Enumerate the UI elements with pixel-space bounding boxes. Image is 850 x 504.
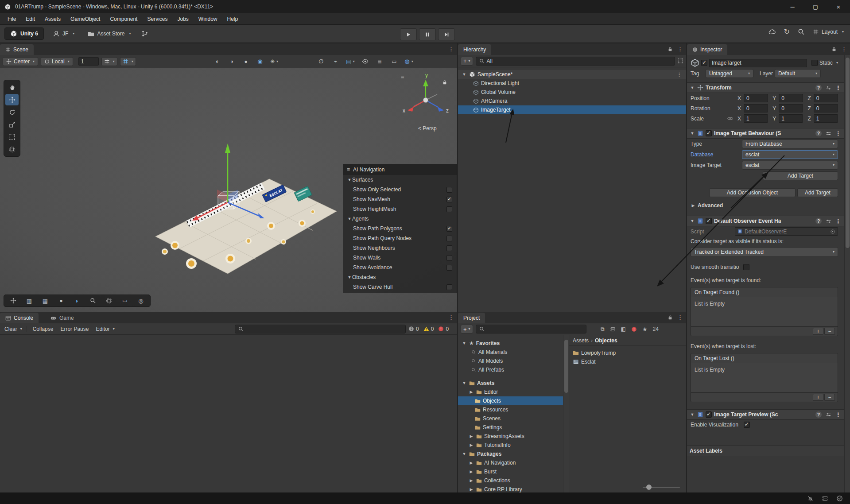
- presets-icon[interactable]: [826, 218, 831, 224]
- breadcrumb-current[interactable]: Objectes: [595, 337, 617, 344]
- undo-history-icon[interactable]: ↻: [784, 28, 790, 35]
- layout-dropdown[interactable]: Layout ▾: [813, 29, 844, 35]
- console-search-input[interactable]: [235, 325, 406, 333]
- overlay-camera-icon[interactable]: ▭: [118, 296, 132, 306]
- open-asset-icon[interactable]: ⧉: [601, 326, 605, 332]
- project-package-ai-navigation[interactable]: ▶AI Navigation: [458, 458, 568, 467]
- project-package-collections[interactable]: ▶Collections: [458, 476, 568, 485]
- tab-scene[interactable]: Scene: [0, 44, 34, 55]
- minimize-button[interactable]: ─: [781, 0, 804, 13]
- component-menu-icon[interactable]: ⋮: [835, 130, 842, 137]
- nav-section-surfaces[interactable]: ▼Surfaces: [343, 175, 457, 185]
- slider-thumb[interactable]: [646, 485, 652, 490]
- project-fav-all-prefabs[interactable]: All Prefabs: [458, 365, 568, 374]
- static-dropdown-caret[interactable]: ▾: [836, 61, 838, 65]
- project-folder-tutorialinfo[interactable]: ▶TutorialInfo: [458, 441, 568, 450]
- project-fav-all-materials[interactable]: All Materials: [458, 348, 568, 357]
- camera-gate-icon[interactable]: ▭: [388, 57, 400, 66]
- transform-tool-button[interactable]: [5, 143, 19, 155]
- project-lock-icon[interactable]: [668, 315, 673, 320]
- tag-dropdown[interactable]: Untagged▾: [706, 69, 753, 78]
- project-menu-icon[interactable]: ⋮: [677, 314, 683, 321]
- overlay-move-icon[interactable]: [6, 296, 20, 306]
- remove-event-button[interactable]: −: [824, 328, 835, 335]
- show-navmesh-checkbox[interactable]: [446, 197, 452, 202]
- project-folder-objects[interactable]: Objects: [458, 396, 568, 405]
- scene-menu-icon[interactable]: ⋮: [448, 46, 454, 52]
- shading-mode-icon[interactable]: ◐: [212, 57, 223, 66]
- overlay-compass-icon[interactable]: ◎: [134, 296, 148, 306]
- hierarchy-item-arcamera[interactable]: ARCamera: [458, 97, 686, 105]
- project-packages-root[interactable]: ▼Packages: [458, 450, 568, 458]
- show-neighbours-checkbox[interactable]: [446, 245, 452, 251]
- nav-section-obstacles[interactable]: ▼Obstacles: [343, 272, 457, 282]
- console-clear-dropdown[interactable]: Clear▾: [3, 326, 24, 332]
- project-zoom-slider[interactable]: [643, 487, 680, 488]
- close-button[interactable]: ×: [827, 0, 850, 13]
- show-only-selected-checkbox[interactable]: [446, 187, 452, 193]
- tool-handle-position-dropdown[interactable]: Center▾: [3, 57, 38, 66]
- scene-viewport[interactable]: ESCLAT: [0, 68, 457, 312]
- project-folder-resources[interactable]: Resources: [458, 405, 568, 414]
- position-x-field[interactable]: 0: [744, 94, 768, 102]
- hierarchy-scene-row[interactable]: ▼ SampleScene* ⋮: [458, 70, 686, 79]
- add-target-secondary-button[interactable]: Add Target: [797, 188, 838, 197]
- component-enabled-checkbox[interactable]: [706, 130, 712, 136]
- project-search-input[interactable]: [476, 325, 586, 333]
- import-package-icon[interactable]: [610, 326, 616, 332]
- scene-audio-icon[interactable]: ◉: [254, 57, 266, 66]
- menu-gameobject[interactable]: GameObject: [66, 13, 105, 25]
- gizmos-dropdown[interactable]: ◍▾: [403, 57, 415, 66]
- show-path-polygons-checkbox[interactable]: [446, 226, 452, 232]
- tab-hierarchy[interactable]: Hierarchy: [458, 44, 491, 55]
- search-icon[interactable]: [798, 28, 805, 35]
- show-path-query-nodes-checkbox[interactable]: [446, 236, 452, 241]
- overlay-mesh-icon[interactable]: ▥: [22, 296, 36, 306]
- tab-game[interactable]: Game: [45, 313, 79, 323]
- rotation-z-field[interactable]: 0: [814, 104, 838, 112]
- label-icon[interactable]: ◧: [621, 326, 626, 332]
- hidden-packages-count[interactable]: 24: [653, 326, 659, 332]
- gameobject-name-field[interactable]: ImageTarget: [709, 59, 807, 67]
- inspector-scrollbar[interactable]: [844, 55, 850, 492]
- favorites-star-icon[interactable]: ★: [642, 326, 648, 333]
- show-heightmesh-checkbox[interactable]: [446, 206, 452, 212]
- menu-assets[interactable]: Assets: [40, 13, 66, 25]
- unity-version-badge[interactable]: Unity 6: [4, 27, 44, 40]
- type-dropdown[interactable]: From Database▾: [742, 140, 838, 148]
- scene-effects-dropdown[interactable]: ✳▾: [268, 57, 280, 66]
- error-count-toggle[interactable]: 0: [438, 326, 449, 332]
- overlay-paint-icon[interactable]: ◗: [70, 296, 84, 306]
- account-dropdown[interactable]: JF ▾: [49, 27, 78, 40]
- menu-help[interactable]: Help: [222, 13, 243, 25]
- move-tool-button[interactable]: [5, 94, 19, 105]
- overlay-grid-icon[interactable]: ▦: [38, 296, 52, 306]
- help-icon[interactable]: ?: [815, 85, 822, 91]
- remove-event-button[interactable]: −: [824, 394, 835, 401]
- scale-x-field[interactable]: 1: [744, 114, 768, 123]
- enable-visualization-checkbox[interactable]: [744, 422, 750, 428]
- tab-console[interactable]: Console: [0, 313, 39, 323]
- overlay-handle-icon[interactable]: ≡: [401, 74, 405, 80]
- gizmo-lock-icon[interactable]: [442, 80, 447, 85]
- menu-window[interactable]: Window: [194, 13, 222, 25]
- rotation-y-field[interactable]: 0: [779, 104, 803, 112]
- add-event-button[interactable]: +: [813, 328, 823, 335]
- view-tool-button[interactable]: [5, 81, 19, 93]
- nav-section-agents[interactable]: ▼Agents: [343, 214, 457, 224]
- hierarchy-item-directional-light[interactable]: Directional Light: [458, 79, 686, 88]
- maximize-button[interactable]: ▢: [804, 0, 827, 13]
- project-package-burst[interactable]: ▶Burst: [458, 467, 568, 476]
- help-icon[interactable]: ?: [815, 411, 822, 418]
- layers-dropdown[interactable]: ▤▾: [345, 57, 356, 66]
- active-checkbox[interactable]: [701, 60, 707, 66]
- project-folder-streamingassets[interactable]: ▶StreamingAssets: [458, 432, 568, 441]
- tool-handle-rotation-dropdown[interactable]: Local▾: [41, 57, 73, 66]
- tab-inspector[interactable]: Inspector: [687, 44, 727, 55]
- scene-row-menu-icon[interactable]: ⋮: [676, 71, 683, 78]
- hierarchy-search-input[interactable]: All: [476, 57, 675, 66]
- position-z-field[interactable]: 0: [814, 94, 838, 102]
- pause-button[interactable]: [419, 28, 436, 40]
- status-dropdown[interactable]: Tracked or Extended Tracked▾: [691, 247, 838, 257]
- presets-icon[interactable]: [826, 131, 831, 136]
